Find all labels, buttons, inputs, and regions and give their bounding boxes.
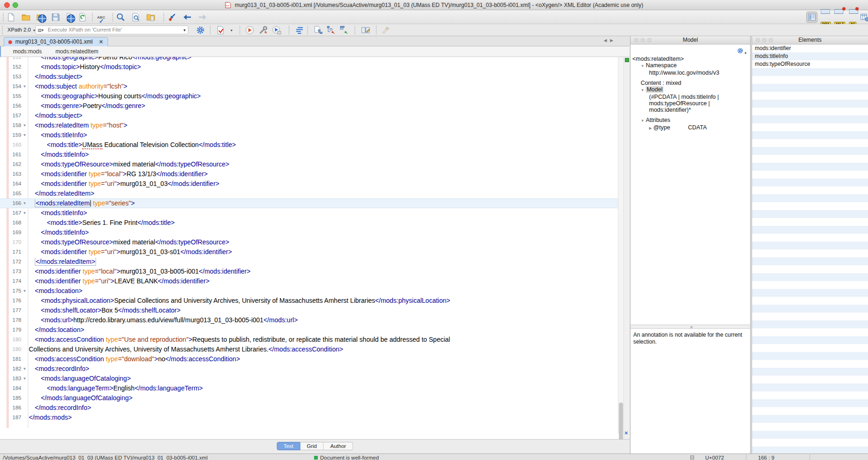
code-line-171[interactable]: 171<mods:identifier type="uri">murg013_0… — [0, 247, 618, 257]
back-icon[interactable] — [182, 12, 193, 23]
code-line-151[interactable]: 151<mods:geographic>Puerto Rico</mods:ge… — [0, 57, 618, 62]
apply-transformation-icon[interactable] — [244, 25, 255, 36]
toolbar-drag-handle[interactable] — [210, 26, 211, 34]
close-tab-icon[interactable]: ✕ — [99, 39, 103, 45]
new-document-icon[interactable] — [6, 12, 17, 23]
chevron-down-icon[interactable]: ▼ — [641, 88, 644, 92]
clean-brush-icon[interactable] — [380, 25, 392, 36]
text-editor[interactable]: 151<mods:geographic>Puerto Rico</mods:ge… — [0, 57, 630, 439]
code-line-170[interactable]: 170<mods:typeOfResource>mixed material</… — [0, 237, 618, 247]
xslt-debugger-icon[interactable]: ✸XSLT — [834, 12, 845, 23]
tab-current-file[interactable]: murg013_01_03-b005-i001.xml ✕ — [4, 37, 108, 46]
code-line-166[interactable]: 166▼<mods:relatedItem type="series"> — [0, 198, 618, 208]
code-line-160[interactable]: 160<mods:title>UMass Educational Televis… — [0, 140, 618, 150]
configure-transformation-icon[interactable] — [258, 25, 269, 36]
fold-marker-icon[interactable]: ▼ — [23, 82, 26, 91]
forward-icon[interactable] — [197, 12, 208, 23]
code-line-161[interactable]: 161</mods:titleInfo> — [0, 150, 618, 160]
code-line-153[interactable]: 153</mods:subject> — [0, 72, 618, 82]
dita-perspective-icon[interactable]: DITA — [820, 12, 831, 23]
find-replace-icon[interactable] — [130, 12, 141, 23]
model-tree[interactable]: <mods:relatedItem>▼Namespacehttp://www.l… — [630, 56, 750, 132]
validate-dropdown-icon[interactable]: ▾ — [228, 25, 234, 36]
code-line-183[interactable]: 183▼<mods:languageOfCataloging> — [0, 374, 618, 383]
code-lines[interactable]: 151<mods:geographic>Puerto Rico</mods:ge… — [0, 57, 618, 422]
chevron-right-icon[interactable]: ▶ — [649, 126, 652, 130]
model-tree-node[interactable]: Content : mixed — [630, 80, 750, 86]
toolbar-drag-handle[interactable] — [92, 13, 93, 21]
code-line-184[interactable]: 184<mods:languageTerm>English</mods:lang… — [0, 383, 618, 393]
code-line-169[interactable]: 169</mods:titleInfo> — [0, 228, 618, 237]
chevron-down-icon[interactable]: ▼ — [641, 64, 644, 68]
code-line-164[interactable]: 164<mods:identifier type="uri">murg013_0… — [0, 179, 618, 189]
code-line-180[interactable]: 180<mods:accessCondition type="Use and r… — [0, 335, 618, 345]
view-author-button[interactable]: Author — [324, 442, 353, 450]
search-icon[interactable] — [115, 12, 126, 23]
database-perspective-icon[interactable] — [859, 12, 868, 23]
save-icon[interactable] — [50, 12, 61, 23]
code-line-174[interactable]: 174<mods:identifier type="uri">LEAVE BLA… — [0, 276, 618, 286]
find-in-files-icon[interactable] — [145, 12, 156, 23]
fold-marker-icon[interactable]: ▼ — [23, 364, 26, 374]
xquery-debugger-icon[interactable]: ✸XQ — [848, 12, 859, 23]
model-tree-node[interactable]: http://www.loc.gov/mods/v3 — [630, 70, 750, 76]
toolbar-drag-handle[interactable] — [3, 13, 4, 21]
elements-panel-header[interactable]: Elements — [752, 36, 868, 45]
elements-list[interactable]: mods:identifiermods:titleInfomods:typeOf… — [752, 45, 868, 454]
panel-splitter[interactable] — [630, 325, 750, 329]
code-line-179[interactable]: 179</mods:location> — [0, 325, 618, 335]
model-tree-node[interactable]: (#PCDATA | mods:titleInfo | — [630, 94, 750, 100]
code-line-168[interactable]: 168<mods:title>Series 1. Fine Print</mod… — [0, 218, 618, 228]
code-line-182[interactable]: 182▼<mods:recordInfo> — [0, 364, 618, 374]
code-line-165[interactable]: 165</mods:relatedItem> — [0, 189, 618, 198]
toolbar-drag-handle[interactable] — [163, 13, 164, 21]
breadcrumb-item-relateditem[interactable]: mods:relatedItem — [55, 48, 98, 55]
chevron-down-icon[interactable]: ▼ — [641, 119, 644, 123]
open-folder-icon[interactable] — [20, 12, 32, 23]
go-to-last-edit-icon[interactable]: ✱ — [167, 12, 178, 23]
model-tree-node[interactable]: ▶@typeCDATA — [630, 124, 750, 132]
model-tree-node[interactable]: ▼Attributes — [630, 117, 750, 124]
settings-gear-icon[interactable] — [195, 25, 206, 36]
code-line-152[interactable]: 152<mods:topic>History</mods:topic> — [0, 62, 618, 72]
open-url-icon[interactable] — [35, 12, 46, 23]
model-tree-node[interactable]: ▼Model — [630, 86, 750, 94]
element-proposal-mods-identifier[interactable]: mods:identifier — [752, 45, 868, 52]
model-panel-header[interactable]: Model — [630, 36, 750, 45]
code-line-181[interactable]: 181<mods:accessCondition type="download"… — [0, 354, 618, 364]
code-line-186[interactable]: 186</mods:recordInfo> — [0, 403, 618, 413]
code-line-185[interactable]: 185</mods:languageOfCataloging> — [0, 393, 618, 403]
view-grid-button[interactable]: Grid — [300, 442, 324, 450]
code-line-159[interactable]: 159▼<mods:titleInfo> — [0, 130, 618, 140]
element-proposal-mods-titleInfo[interactable]: mods:titleInfo — [752, 52, 868, 60]
fold-marker-icon[interactable]: ▼ — [23, 121, 26, 130]
code-line-173[interactable]: 173<mods:identifier type="local">murg013… — [0, 267, 618, 276]
toolbar-drag-handle[interactable] — [2, 26, 3, 34]
format-indent-icon[interactable] — [294, 25, 305, 36]
element-proposal-mods-typeOfResource[interactable]: mods:typeOfResource — [752, 60, 868, 68]
validate-icon[interactable] — [215, 25, 226, 36]
fold-marker-icon[interactable]: ▼ — [23, 286, 26, 296]
toolbar-drag-handle[interactable] — [239, 26, 240, 34]
code-line-177[interactable]: 177<mods:shelfLocator>Box 5</mods:shelfL… — [0, 306, 618, 315]
toolbar-drag-handle[interactable] — [376, 26, 377, 34]
code-line-187[interactable]: 187</mods:mods> — [0, 413, 618, 422]
pin-red-icon[interactable] — [326, 25, 337, 36]
code-line-176[interactable]: 176<mods:physicalLocation>Special Collec… — [0, 296, 618, 306]
fold-marker-icon[interactable]: ▼ — [23, 374, 26, 383]
xpath-expression-combo[interactable]: ▤▾ Execute XPath on 'Current File' ▾ — [35, 26, 188, 34]
code-line-155[interactable]: 155<mods:geographic>Housing courts</mods… — [0, 91, 618, 101]
toolbar-drag-handle[interactable] — [307, 26, 308, 34]
debug-transformation-icon[interactable] — [271, 25, 282, 36]
xpath-version-select[interactable]: XPath 2.0 ▾ — [5, 26, 38, 34]
fold-marker-icon[interactable]: ▼ — [23, 130, 26, 140]
scrollbar-thumb[interactable] — [619, 402, 623, 439]
toolbar-drag-handle[interactable] — [354, 26, 355, 34]
code-line-162[interactable]: 162<mods:typeOfResource>mixed material</… — [0, 160, 618, 169]
code-line-172[interactable]: 172</mods:relatedItem> — [0, 257, 618, 267]
toolbar-drag-handle[interactable] — [112, 13, 113, 21]
fold-marker-icon[interactable]: ▼ — [23, 199, 26, 208]
breadcrumb-item-root[interactable]: mods:mods — [13, 48, 42, 55]
toolbar-drag-handle[interactable] — [289, 26, 289, 34]
editor-perspective-icon[interactable] — [806, 12, 817, 23]
